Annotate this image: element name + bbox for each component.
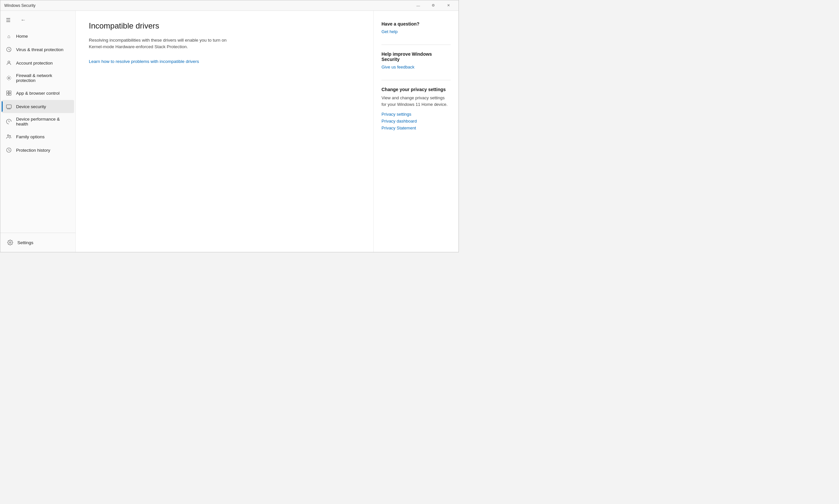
window-controls: — ⚙ ✕ xyxy=(411,0,456,11)
settings-icon xyxy=(7,239,14,246)
back-button[interactable]: ← xyxy=(17,14,29,26)
hamburger-button[interactable]: ☰ xyxy=(2,14,15,26)
page-title: Incompatible drivers xyxy=(89,21,360,31)
virus-icon xyxy=(5,46,12,53)
have-question-heading: Have a question? xyxy=(381,21,451,26)
svg-point-1 xyxy=(8,77,10,79)
learn-link[interactable]: Learn how to resolve problems with incom… xyxy=(89,59,199,64)
sidebar-item-settings[interactable]: Settings xyxy=(3,236,73,249)
privacy-body: View and change privacy settings for you… xyxy=(381,95,451,108)
privacy-statement-link[interactable]: Privacy Statement xyxy=(381,126,451,130)
svg-rect-6 xyxy=(6,105,12,108)
settings-titlebar-button[interactable]: ⚙ xyxy=(426,0,441,11)
main-content: Incompatible drivers Resolving incompati… xyxy=(76,11,373,252)
help-improve-heading: Help improve Windows Security xyxy=(381,51,451,62)
sidebar-item-perf-label: Device performance & health xyxy=(16,117,70,126)
svg-rect-4 xyxy=(6,93,8,95)
home-icon xyxy=(5,33,12,39)
window-title: Windows Security xyxy=(4,3,35,8)
device-perf-icon xyxy=(5,118,12,125)
svg-rect-3 xyxy=(9,91,11,93)
privacy-dashboard-link[interactable]: Privacy dashboard xyxy=(381,119,451,124)
privacy-settings-link[interactable]: Privacy settings xyxy=(381,112,451,117)
sidebar-item-home-label: Home xyxy=(16,34,70,39)
app-browser-icon xyxy=(5,90,12,96)
sidebar: ☰ ← Home V xyxy=(0,11,76,252)
hamburger-icon: ☰ xyxy=(6,17,11,23)
svg-point-0 xyxy=(8,61,10,63)
nav-items: Home Virus & threat protection xyxy=(0,29,75,233)
sidebar-item-virus[interactable]: Virus & threat protection xyxy=(2,43,74,56)
sidebar-item-firewall-label: Firewall & network protection xyxy=(16,73,70,83)
get-help-link[interactable]: Get help xyxy=(381,29,451,34)
content-area: ☰ ← Home V xyxy=(0,11,459,252)
sidebar-item-account-label: Account protection xyxy=(16,61,70,66)
sidebar-item-virus-label: Virus & threat protection xyxy=(16,47,70,52)
sidebar-item-family[interactable]: Family options xyxy=(2,130,74,143)
sidebar-item-home[interactable]: Home xyxy=(2,30,74,42)
sidebar-item-family-label: Family options xyxy=(16,134,70,139)
sidebar-item-firewall[interactable]: Firewall & network protection xyxy=(2,70,74,86)
sidebar-top: ☰ ← xyxy=(0,11,75,29)
sidebar-bottom: Settings xyxy=(0,233,75,252)
close-button[interactable]: ✕ xyxy=(441,0,456,11)
sidebar-item-history[interactable]: Protection history xyxy=(2,144,74,157)
right-panel: Have a question? Get help Help improve W… xyxy=(373,11,459,252)
sidebar-item-app-label: App & browser control xyxy=(16,91,70,96)
divider-2 xyxy=(381,80,451,80)
account-icon xyxy=(5,60,12,66)
page-description: Resolving incompatibilities with these d… xyxy=(89,37,233,51)
windows-security-window: Windows Security — ⚙ ✕ ☰ ← Home xyxy=(0,0,459,252)
family-icon xyxy=(5,133,12,140)
privacy-section: Change your privacy settings View and ch… xyxy=(381,87,451,130)
history-icon xyxy=(5,147,12,154)
have-a-question-section: Have a question? Get help xyxy=(381,21,451,34)
sidebar-item-device-security[interactable]: Device security xyxy=(2,100,74,113)
back-icon: ← xyxy=(21,17,26,23)
help-improve-section: Help improve Windows Security Give us fe… xyxy=(381,51,451,70)
divider-1 xyxy=(381,44,451,45)
titlebar: Windows Security — ⚙ ✕ xyxy=(0,0,459,11)
firewall-icon xyxy=(5,75,12,81)
sidebar-item-app-browser[interactable]: App & browser control xyxy=(2,87,74,100)
sidebar-item-device-perf[interactable]: Device performance & health xyxy=(2,113,74,130)
privacy-heading: Change your privacy settings xyxy=(381,87,451,92)
sidebar-item-device-label: Device security xyxy=(16,104,70,109)
sidebar-item-account[interactable]: Account protection xyxy=(2,56,74,70)
svg-point-8 xyxy=(10,135,11,136)
svg-rect-2 xyxy=(6,91,8,93)
minimize-button[interactable]: — xyxy=(411,0,426,11)
settings-label: Settings xyxy=(17,240,69,245)
svg-rect-5 xyxy=(9,93,11,95)
device-security-icon xyxy=(5,103,12,110)
sidebar-item-history-label: Protection history xyxy=(16,148,70,153)
give-feedback-link[interactable]: Give us feedback xyxy=(381,65,451,70)
svg-point-10 xyxy=(10,242,11,244)
svg-point-7 xyxy=(7,135,9,136)
